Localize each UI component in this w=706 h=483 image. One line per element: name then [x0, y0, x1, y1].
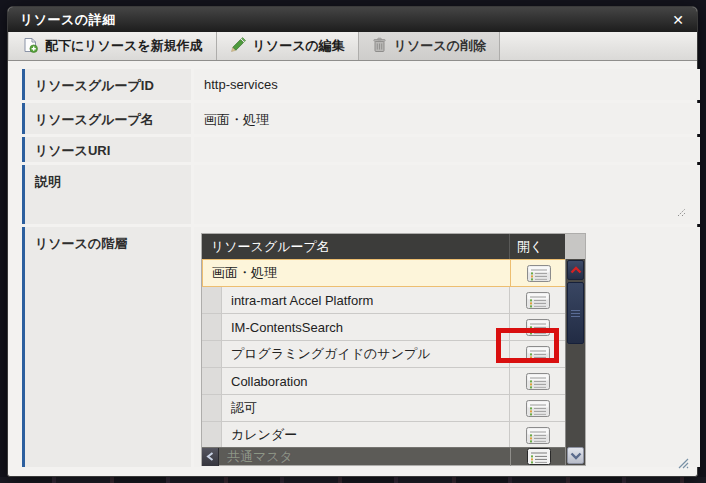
close-icon[interactable]: ✕ — [668, 10, 688, 30]
resource-form: リソースグループID http-services リソースグループ名 画面・処理… — [22, 69, 700, 470]
table-row-calendar[interactable]: カレンダー — [202, 422, 585, 449]
hierarchy-table: リソースグループ名 開く 画面・処理 — [201, 233, 586, 466]
open-row-button[interactable] — [527, 448, 551, 465]
table-row-collaboration[interactable]: Collaboration — [202, 368, 585, 395]
scroll-up-arrow-icon[interactable] — [567, 260, 584, 280]
open-row-button[interactable] — [526, 292, 550, 309]
trash-icon — [372, 37, 387, 56]
vertical-scrollbar[interactable] — [565, 259, 585, 465]
tree-indent — [202, 287, 222, 313]
open-row-button[interactable] — [526, 400, 550, 417]
resource-group-id-label: リソースグループID — [22, 69, 191, 100]
row-label: intra-mart Accel Platform — [222, 293, 373, 308]
scrollbar-thumb[interactable] — [567, 282, 584, 344]
table-row-programming-guide-sample[interactable]: プログラミングガイドのサンプル — [202, 341, 585, 368]
resource-uri-value — [194, 137, 700, 162]
form-row-resource-group-name: リソースグループ名 画面・処理 — [22, 103, 700, 134]
open-row-button[interactable] — [527, 265, 551, 282]
scrollbar-corner — [565, 234, 585, 259]
dialog-title: リソースの詳細 — [8, 11, 116, 29]
scroll-down-arrow-icon[interactable] — [567, 447, 584, 464]
resource-group-name-label: リソースグループ名 — [22, 103, 191, 134]
resource-group-name-value: 画面・処理 — [194, 103, 700, 134]
row-label: IM-ContentsSearch — [222, 320, 343, 335]
new-resource-icon — [22, 37, 38, 56]
thumb-grip — [571, 308, 580, 319]
list-icon — [526, 400, 550, 417]
tree-indent — [202, 395, 222, 421]
create-child-resource-label: 配下にリソースを新規作成 — [45, 37, 203, 55]
dialog-titlebar: リソースの詳細 ✕ — [8, 7, 697, 32]
edit-pencil-icon — [230, 37, 246, 56]
resource-group-id-value: http-services — [194, 69, 700, 100]
textarea-resize-handle-icon[interactable] — [676, 205, 687, 220]
list-icon — [526, 292, 550, 309]
open-row-button-annotated[interactable] — [526, 346, 550, 363]
resource-details-dialog: リソースの詳細 ✕ 配下にリソースを新規作成 — [7, 6, 698, 477]
list-icon — [526, 346, 550, 363]
table-row-gamen-shori[interactable]: 画面・処理 — [202, 259, 585, 287]
table-row-ninka[interactable]: 認可 — [202, 395, 585, 422]
list-icon — [526, 427, 550, 444]
tree-indent — [202, 368, 222, 394]
scroll-left-arrow-icon[interactable] — [202, 448, 219, 466]
delete-resource-button[interactable]: リソースの削除 — [359, 32, 500, 60]
table-row-im-contentssearch[interactable]: IM-ContentsSearch — [202, 314, 585, 341]
hierarchy-table-body: 画面・処理 — [202, 259, 585, 465]
list-icon — [526, 319, 550, 336]
table-row-intra-mart-accel-platform[interactable]: intra-mart Accel Platform — [202, 287, 585, 314]
form-row-description: 説明 — [22, 165, 700, 224]
delete-resource-label: リソースの削除 — [394, 37, 486, 55]
list-icon — [527, 448, 551, 465]
hierarchy-table-header: リソースグループ名 開く — [202, 234, 585, 259]
tree-indent — [202, 341, 222, 367]
hierarchy-value-area: リソースグループ名 開く 画面・処理 — [194, 227, 700, 467]
tree-indent — [202, 314, 222, 340]
background-page-strip — [0, 477, 706, 483]
form-row-resource-group-id: リソースグループID http-services — [22, 69, 700, 100]
open-row-button[interactable] — [526, 427, 550, 444]
column-header-open: 開く — [509, 234, 565, 259]
form-row-hierarchy: リソースの階層 リソースグループ名 開く 画面・処理 — [22, 227, 700, 467]
description-label: 説明 — [22, 165, 191, 224]
tree-indent — [202, 422, 222, 448]
form-row-resource-uri: リソースURI — [22, 137, 700, 162]
horizontal-scrollbar[interactable]: 共通マスタ — [202, 447, 566, 465]
row-label: プログラミングガイドのサンプル — [222, 345, 431, 363]
row-label: Collaboration — [222, 374, 308, 389]
row-label: カレンダー — [222, 426, 297, 444]
dialog-toolbar: 配下にリソースを新規作成 リソースの編集 リソースの削 — [8, 32, 697, 61]
edit-resource-button[interactable]: リソースの編集 — [217, 32, 359, 60]
row-label: 認可 — [222, 399, 257, 417]
resource-uri-label: リソースURI — [22, 137, 191, 162]
dialog-resize-handle-icon[interactable] — [677, 455, 690, 473]
open-row-button[interactable] — [526, 373, 550, 390]
list-icon — [526, 373, 550, 390]
row-label: 画面・処理 — [203, 264, 277, 282]
edit-resource-label: リソースの編集 — [253, 37, 345, 55]
column-header-group-name: リソースグループ名 — [202, 234, 509, 259]
description-textarea[interactable] — [194, 165, 700, 224]
create-child-resource-button[interactable]: 配下にリソースを新規作成 — [8, 32, 217, 60]
hierarchy-label: リソースの階層 — [22, 227, 191, 467]
list-icon — [527, 265, 551, 282]
table-row-kyotsu-master-label[interactable]: 共通マスタ — [219, 448, 510, 466]
open-row-button[interactable] — [526, 319, 550, 336]
